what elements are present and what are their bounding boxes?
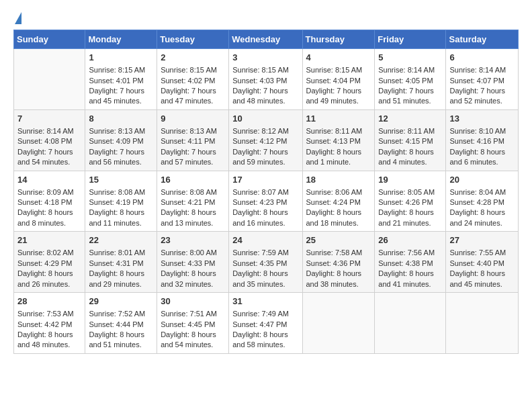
day-info: Daylight: 8 hours and 26 minutes. [17,269,81,289]
header [13,11,519,23]
calendar-cell: 18Sunrise: 8:06 AMSunset: 4:24 PMDayligh… [302,171,375,232]
day-info: Sunrise: 7:55 AM [449,248,515,258]
header-row: SundayMondayTuesdayWednesdayThursdayFrid… [14,30,519,49]
day-info: Sunset: 4:07 PM [449,76,515,86]
calendar-cell [375,293,446,354]
day-info: Sunrise: 7:56 AM [378,248,442,258]
day-info: Sunset: 4:28 PM [449,197,515,208]
day-info: Daylight: 7 hours and 45 minutes. [89,86,153,107]
day-info: Sunrise: 8:15 AM [306,65,371,75]
day-info: Sunset: 4:40 PM [449,259,515,269]
day-info: Sunset: 4:03 PM [232,76,298,86]
day-info: Daylight: 8 hours and 45 minutes. [449,269,515,289]
col-header-thursday: Thursday [302,30,375,49]
day-info: Sunrise: 8:04 AM [449,187,515,197]
day-number: 28 [17,295,81,308]
day-number: 4 [306,52,371,64]
day-info: Daylight: 8 hours and 13 minutes. [161,208,225,228]
day-info: Sunrise: 7:49 AM [232,309,298,319]
day-info: Sunrise: 8:11 AM [306,126,371,136]
day-info: Daylight: 8 hours and 38 minutes. [306,269,371,289]
day-number: 11 [306,113,371,125]
day-info: Sunset: 4:45 PM [161,320,225,330]
day-number: 25 [306,234,371,246]
day-info: Daylight: 7 hours and 51 minutes. [378,86,442,107]
calendar-cell: 3Sunrise: 8:15 AMSunset: 4:03 PMDaylight… [229,49,302,110]
day-number: 8 [89,113,153,125]
day-number: 7 [17,113,81,125]
day-info: Sunrise: 7:58 AM [306,248,371,258]
calendar-cell: 16Sunrise: 8:08 AMSunset: 4:21 PMDayligh… [157,171,229,232]
calendar-cell: 24Sunrise: 7:59 AMSunset: 4:35 PMDayligh… [229,232,302,293]
page: SundayMondayTuesdayWednesdayThursdayFrid… [0,0,532,411]
day-info: Sunset: 4:29 PM [17,259,81,269]
calendar-cell: 15Sunrise: 8:08 AMSunset: 4:19 PMDayligh… [85,171,157,232]
day-info: Daylight: 8 hours and 32 minutes. [161,269,225,289]
calendar-cell: 31Sunrise: 7:49 AMSunset: 4:47 PMDayligh… [229,293,302,354]
col-header-tuesday: Tuesday [157,30,229,49]
day-info: Sunset: 4:15 PM [378,136,442,146]
calendar-cell: 23Sunrise: 8:00 AMSunset: 4:33 PMDayligh… [157,232,229,293]
day-info: Sunset: 4:04 PM [306,76,371,86]
day-number: 6 [449,52,515,64]
day-info: Sunset: 4:24 PM [306,197,371,208]
day-info: Sunset: 4:33 PM [161,259,225,269]
logo [13,11,21,23]
day-info: Daylight: 8 hours and 1 minute. [306,147,371,168]
day-info: Daylight: 8 hours and 24 minutes. [449,208,515,228]
calendar-cell: 5Sunrise: 8:14 AMSunset: 4:05 PMDaylight… [375,49,446,110]
day-info: Daylight: 7 hours and 47 minutes. [161,86,225,107]
day-number: 3 [232,52,298,64]
day-info: Daylight: 8 hours and 48 minutes. [17,330,81,351]
calendar-cell: 2Sunrise: 8:15 AMSunset: 4:02 PMDaylight… [157,49,229,110]
calendar-cell: 17Sunrise: 8:07 AMSunset: 4:23 PMDayligh… [229,171,302,232]
day-info: Sunrise: 8:05 AM [378,187,442,197]
day-number: 13 [449,113,515,125]
day-number: 27 [449,234,515,246]
day-info: Sunset: 4:16 PM [449,136,515,146]
day-info: Sunrise: 7:53 AM [17,309,81,319]
calendar-cell: 14Sunrise: 8:09 AMSunset: 4:18 PMDayligh… [14,171,85,232]
logo-text [13,11,21,23]
day-info: Sunset: 4:09 PM [89,136,153,146]
col-header-monday: Monday [85,30,157,49]
day-info: Daylight: 8 hours and 21 minutes. [378,208,442,228]
day-number: 29 [89,295,153,308]
day-info: Sunrise: 8:10 AM [449,126,515,136]
day-info: Sunrise: 8:14 AM [378,65,442,75]
day-number: 12 [378,113,442,125]
calendar-cell: 26Sunrise: 7:56 AMSunset: 4:38 PMDayligh… [375,232,446,293]
calendar-cell: 27Sunrise: 7:55 AMSunset: 4:40 PMDayligh… [446,232,519,293]
day-info: Sunset: 4:11 PM [161,136,225,146]
week-row-4: 21Sunrise: 8:02 AMSunset: 4:29 PMDayligh… [14,232,519,293]
day-number: 26 [378,234,442,246]
day-info: Sunset: 4:08 PM [17,136,81,146]
calendar-cell: 13Sunrise: 8:10 AMSunset: 4:16 PMDayligh… [446,109,519,171]
day-info: Sunrise: 8:00 AM [161,248,225,258]
day-info: Sunset: 4:31 PM [89,259,153,269]
calendar-cell: 25Sunrise: 7:58 AMSunset: 4:36 PMDayligh… [302,232,375,293]
day-info: Daylight: 8 hours and 16 minutes. [232,208,298,228]
day-info: Sunset: 4:13 PM [306,136,371,146]
day-number: 24 [232,234,298,246]
day-info: Sunset: 4:12 PM [232,136,298,146]
day-number: 10 [232,113,298,125]
col-header-wednesday: Wednesday [229,30,302,49]
day-info: Sunset: 4:35 PM [232,259,298,269]
day-number: 19 [378,174,442,186]
calendar-cell: 30Sunrise: 7:51 AMSunset: 4:45 PMDayligh… [157,293,229,354]
day-number: 9 [161,113,225,125]
day-info: Sunrise: 8:15 AM [89,65,153,75]
day-info: Daylight: 8 hours and 41 minutes. [378,269,442,289]
day-info: Sunset: 4:02 PM [161,76,225,86]
day-number: 20 [449,174,515,186]
calendar-cell: 11Sunrise: 8:11 AMSunset: 4:13 PMDayligh… [302,109,375,171]
calendar-cell: 9Sunrise: 8:13 AMSunset: 4:11 PMDaylight… [157,109,229,171]
day-info: Sunrise: 8:13 AM [89,126,153,136]
calendar-cell: 29Sunrise: 7:52 AMSunset: 4:44 PMDayligh… [85,293,157,354]
day-info: Sunset: 4:38 PM [378,259,442,269]
day-number: 18 [306,174,371,186]
day-info: Sunset: 4:47 PM [232,320,298,330]
day-number: 2 [161,52,225,64]
day-number: 30 [161,295,225,308]
